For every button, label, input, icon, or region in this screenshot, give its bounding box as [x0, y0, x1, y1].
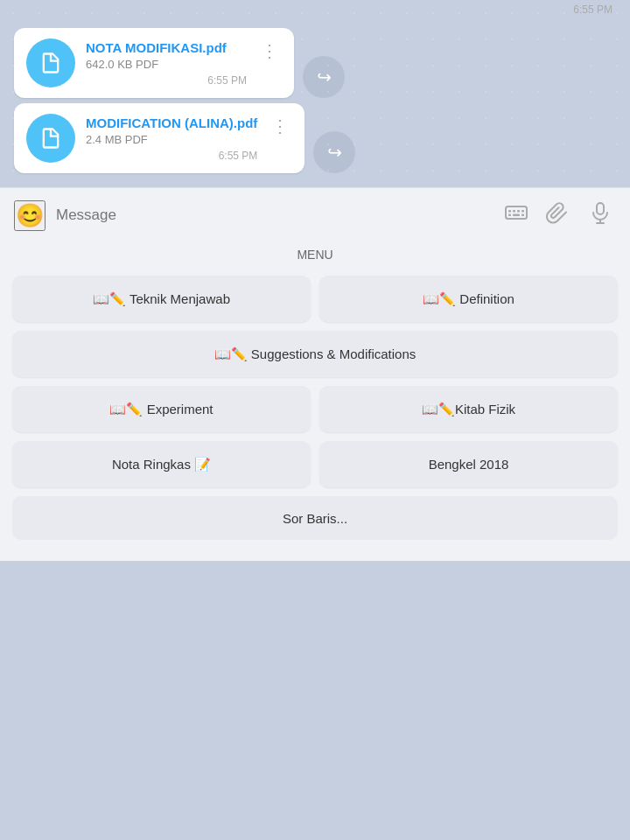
quick-btn-bengkel-2018[interactable]: Bengkel 2018: [319, 441, 618, 487]
svg-rect-3: [517, 210, 520, 213]
file-info-1: NOTA MODIFIKASI.pdf 642.0 KB PDF 6:55 PM: [86, 39, 247, 88]
file-timestamp-2: 6:55 PM: [86, 150, 257, 162]
forward-icon-2: ↩: [327, 142, 342, 163]
forward-btn-1[interactable]: ↩: [303, 56, 345, 98]
more-options-btn-2[interactable]: ⋮: [268, 114, 292, 138]
buttons-row-partial: Sor Baris...: [12, 496, 618, 540]
message-row-2: MODIFICATION (ALINA).pdf 2.4 MB PDF 6:55…: [14, 103, 616, 173]
forward-icon-1: ↩: [317, 66, 332, 88]
message-input[interactable]: [56, 206, 490, 224]
document-icon-2: [38, 126, 63, 150]
attach-button[interactable]: [542, 197, 574, 234]
chat-area: 6:55 PM NOTA MODIFIKASI.pdf 642.0 KB PDF…: [0, 0, 630, 187]
buttons-row-1: 📖✏️ Teknik Menjawab 📖✏️ Definition: [12, 276, 618, 322]
file-timestamp-1: 6:55 PM: [86, 74, 247, 87]
input-bar: 😊: [0, 187, 630, 242]
svg-rect-0: [506, 206, 527, 219]
keyboard-icon: [504, 200, 528, 225]
mic-button[interactable]: [584, 197, 616, 234]
quick-btn-partial[interactable]: Sor Baris...: [12, 496, 618, 540]
file-card-2[interactable]: MODIFICATION (ALINA).pdf 2.4 MB PDF 6:55…: [14, 103, 304, 173]
file-name-1: NOTA MODIFIKASI.pdf: [86, 39, 247, 57]
emoji-button[interactable]: 😊: [14, 200, 46, 231]
buttons-row-3: 📖✏️ Experiment 📖✏️Kitab Fizik: [12, 386, 618, 432]
quick-btn-teknik-menjawab[interactable]: 📖✏️ Teknik Menjawab: [12, 276, 311, 322]
quick-btn-definition[interactable]: 📖✏️ Definition: [319, 276, 618, 322]
mic-icon: [588, 200, 612, 225]
keyboard-button[interactable]: [500, 197, 532, 234]
menu-label: MENU: [0, 242, 630, 267]
svg-rect-2: [513, 210, 515, 213]
more-options-btn-1[interactable]: ⋮: [257, 38, 282, 63]
buttons-row-2: 📖✏️ Suggestions & Modifications: [12, 331, 618, 377]
svg-rect-4: [522, 210, 524, 213]
document-icon: [38, 51, 63, 75]
svg-rect-8: [597, 203, 604, 214]
quick-buttons-area: 📖✏️ Teknik Menjawab 📖✏️ Definition 📖✏️ S…: [0, 267, 630, 561]
svg-rect-7: [513, 214, 520, 217]
file-meta-1: 642.0 KB PDF: [86, 58, 247, 71]
attach-icon: [546, 200, 570, 225]
message-row-1: NOTA MODIFIKASI.pdf 642.0 KB PDF 6:55 PM…: [14, 28, 616, 98]
quick-btn-kitab-fizik[interactable]: 📖✏️Kitab Fizik: [319, 386, 618, 432]
file-card-1[interactable]: NOTA MODIFIKASI.pdf 642.0 KB PDF 6:55 PM…: [14, 28, 294, 98]
quick-btn-nota-ringkas[interactable]: Nota Ringkas 📝: [12, 441, 311, 487]
svg-rect-1: [508, 210, 511, 213]
svg-rect-6: [522, 214, 524, 217]
file-icon-2: [26, 114, 75, 163]
buttons-row-4: Nota Ringkas 📝 Bengkel 2018: [12, 441, 618, 487]
quick-btn-experiment[interactable]: 📖✏️ Experiment: [12, 386, 311, 432]
file-meta-2: 2.4 MB PDF: [86, 133, 257, 146]
top-timestamp: 6:55 PM: [0, 0, 630, 23]
forward-btn-2[interactable]: ↩: [313, 131, 355, 173]
quick-btn-suggestions[interactable]: 📖✏️ Suggestions & Modifications: [12, 331, 618, 377]
svg-rect-5: [508, 214, 511, 217]
file-info-2: MODIFICATION (ALINA).pdf 2.4 MB PDF 6:55…: [86, 115, 257, 163]
file-name-2: MODIFICATION (ALINA).pdf: [86, 115, 257, 132]
file-icon-1: [26, 38, 75, 88]
